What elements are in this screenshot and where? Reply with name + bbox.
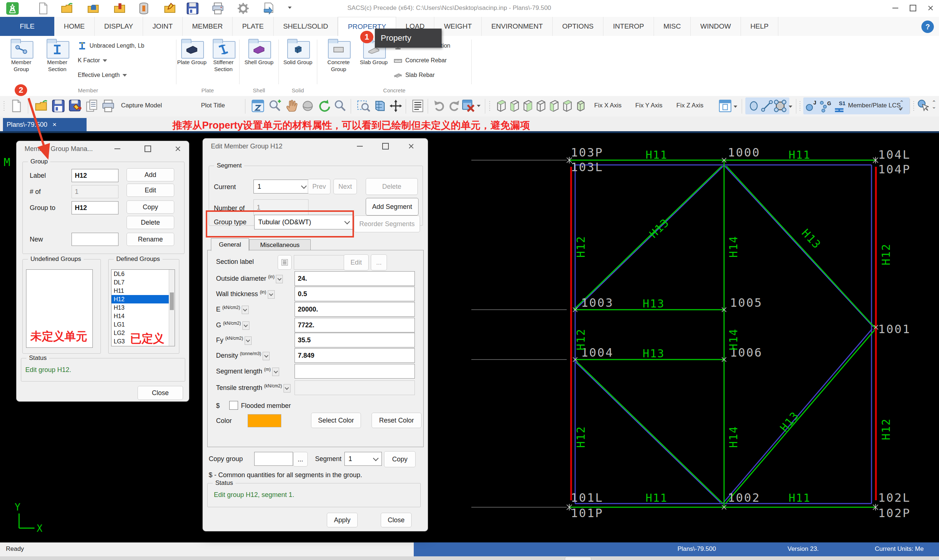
toolbar-grip[interactable] [3, 100, 5, 112]
tab-options[interactable]: OPTIONS [553, 17, 604, 36]
collapse-chevrons-icon[interactable]: ⌃⌄ [932, 100, 936, 108]
pick-joint-icon[interactable] [916, 99, 930, 113]
unit-spinner[interactable] [245, 337, 251, 345]
select-color-button[interactable]: Select Color [311, 413, 361, 428]
unit-spinner[interactable] [284, 384, 290, 392]
copy-icon[interactable] [85, 99, 99, 113]
redo-icon[interactable] [447, 99, 461, 113]
toolbar-grip[interactable] [799, 100, 801, 112]
group-labels-icon[interactable]: G [819, 99, 833, 113]
database-icon[interactable] [137, 2, 150, 15]
undo-icon[interactable] [433, 99, 447, 113]
list-item[interactable]: H11 [111, 286, 174, 295]
tab-shell-solid[interactable]: SHELL/SOLID [274, 17, 338, 36]
section-list-button[interactable] [278, 255, 291, 270]
list-item[interactable]: H14 [111, 312, 174, 320]
tab-member[interactable]: MEMBER [183, 17, 233, 36]
save-as-icon[interactable] [68, 99, 82, 113]
copy-group-field[interactable] [254, 452, 293, 466]
delete-elements-icon[interactable] [461, 99, 475, 113]
open-recent-icon[interactable] [113, 2, 126, 15]
tab-misc[interactable]: MISC [654, 17, 691, 36]
label-group-caret[interactable] [899, 108, 902, 111]
add-button[interactable]: Add [126, 168, 174, 182]
fix-y-axis-button[interactable]: Fix Y Axis [635, 102, 663, 109]
e-modulus-field[interactable]: 20000. [294, 302, 415, 317]
member-section-button[interactable]: Member Section [40, 39, 75, 72]
delete-elements-caret[interactable] [477, 105, 481, 107]
delete-segment-button[interactable]: Delete [366, 178, 418, 195]
tab-miscellaneous[interactable]: Miscellaneous [249, 239, 311, 251]
move-icon[interactable] [389, 99, 403, 113]
view-cube-5-icon[interactable] [547, 99, 561, 113]
concrete-rebar-button[interactable]: Concrete Rebar [393, 56, 447, 65]
joint-toggle-icon[interactable] [747, 99, 761, 113]
dialog-minimize-button[interactable] [110, 143, 125, 154]
slab-rebar-button[interactable]: Slab Rebar [393, 70, 435, 80]
rotate-icon[interactable] [317, 99, 331, 113]
section-browse-button[interactable]: ... [371, 254, 387, 271]
density-field[interactable]: 7.849 [294, 348, 415, 363]
open-model-icon[interactable] [87, 2, 100, 15]
close-button[interactable]: Close [137, 386, 183, 400]
plate-group-button[interactable]: Plate Group [174, 39, 210, 66]
member-group-button[interactable]: Member Group [4, 39, 39, 72]
dialog-minimize-button[interactable] [353, 141, 367, 152]
tab-joint[interactable]: JOINT [143, 17, 183, 36]
save-icon[interactable] [186, 2, 199, 15]
fix-z-axis-button[interactable]: Fix Z Axis [676, 102, 703, 109]
zoom-window-icon[interactable] [356, 99, 370, 113]
apply-button[interactable]: Apply [327, 513, 358, 528]
unit-spinner[interactable] [272, 368, 279, 376]
view-cube-2-icon[interactable] [508, 99, 521, 113]
scrollbar-thumb[interactable] [170, 292, 174, 310]
outside-diameter-field[interactable]: 24. [294, 271, 415, 286]
status-units[interactable]: Current Units: Me [875, 545, 924, 553]
copy-group-browse-button[interactable]: ... [293, 452, 308, 466]
document-tab-plans[interactable]: Plans\-79.500 × [3, 118, 86, 131]
window-layout-caret[interactable] [734, 106, 737, 108]
group-color-swatch[interactable] [248, 414, 281, 427]
new-model-icon[interactable] [9, 99, 23, 113]
rename-button[interactable]: Rename [126, 233, 174, 246]
solid-group-button[interactable]: Solid Group [280, 39, 315, 66]
effective-length-button[interactable]: Effective Length [78, 70, 127, 80]
settings-gear-icon[interactable] [237, 2, 250, 15]
report-icon[interactable] [411, 99, 425, 113]
tab-home[interactable]: HOME [54, 17, 95, 36]
list-item[interactable]: DL7 [111, 278, 174, 286]
window-layout-icon[interactable] [718, 99, 732, 113]
toolbar-grip[interactable] [489, 100, 491, 112]
export-icon[interactable] [262, 2, 275, 15]
view-cube-3-icon[interactable] [521, 99, 535, 113]
shell-group-button[interactable]: Shell Group [241, 39, 276, 66]
titlebar-more-caret[interactable] [288, 6, 291, 9]
toolbar-grip[interactable] [913, 100, 915, 112]
list-scrollbar[interactable] [169, 270, 174, 346]
dialog-maximize-button[interactable] [140, 143, 155, 154]
plot-title-button[interactable]: Plot Title [201, 102, 225, 109]
new-file-icon[interactable] [37, 2, 50, 15]
add-segment-button[interactable]: Add Segment [366, 198, 418, 215]
g-modulus-field[interactable]: 7722. [294, 318, 415, 332]
view-cube-solid-icon[interactable] [574, 99, 587, 113]
unit-spinner[interactable] [268, 290, 275, 299]
tab-window[interactable]: WINDOW [691, 17, 740, 36]
unit-spinner[interactable] [263, 352, 270, 360]
tab-interop[interactable]: INTEROP [603, 17, 654, 36]
section-edit-button[interactable]: Edit [344, 254, 369, 271]
segment-labels-icon[interactable]: S1 [833, 99, 846, 113]
unit-spinner[interactable] [276, 275, 283, 283]
minimize-button[interactable] [889, 3, 902, 13]
collapse-chevrons-icon[interactable]: ⌃⌄ [899, 100, 904, 108]
tab-general[interactable]: General [211, 238, 249, 251]
tab-environment[interactable]: ENVIRONMENT [482, 17, 552, 36]
view-cube-1-icon[interactable] [495, 99, 508, 113]
help-icon[interactable]: ? [921, 20, 934, 33]
dialog-maximize-button[interactable] [378, 141, 393, 152]
delete-button[interactable]: Delete [126, 216, 174, 229]
copy-segment-button[interactable]: Copy [384, 451, 416, 467]
list-item-selected[interactable]: H12 [111, 295, 174, 303]
tab-help[interactable]: HELP [741, 17, 779, 36]
group-to-field[interactable]: H12 [71, 201, 119, 214]
